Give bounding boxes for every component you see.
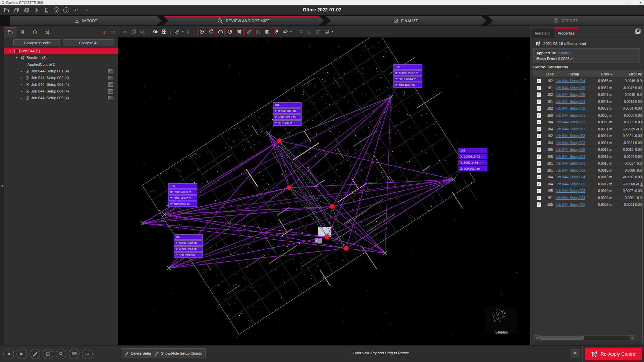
tree-setup-item[interactable]: ▸ Job 044- Setup 003 (4) [4, 81, 118, 88]
constraint-checkbox[interactable]: ✓ [537, 202, 541, 207]
expand-caret-icon[interactable]: ▾ [9, 50, 13, 53]
col-setup[interactable]: Setup [556, 72, 593, 76]
setup-image-icon[interactable] [108, 82, 113, 87]
tab-history[interactable] [29, 27, 41, 38]
tree-applied-control-item[interactable]: AppliedControl 2 [4, 61, 118, 68]
tab-report[interactable]: REPORT [488, 16, 644, 25]
constraint-row[interactable]: ✓ 104 Job 044- Setup 004 0.0018 m -0.001… [533, 174, 642, 181]
forward-button[interactable]: ▶ [16, 349, 27, 359]
constraint-row[interactable]: ✓ 101 Job 044- Setup 002 0.0018 m -0.000… [533, 167, 642, 174]
scrollbar-thumb[interactable] [539, 336, 584, 340]
constraint-row[interactable]: ✓ 102 Job 044- Setup 002 0.0039 m 0.0034… [533, 105, 642, 112]
search-button[interactable] [56, 349, 66, 359]
setup-image-icon[interactable] [108, 69, 113, 73]
scroll-left-arrow[interactable]: ◀ [534, 336, 539, 340]
pointcloud-viewport[interactable]: 102 X: 10003.2907 m Y: 5012.6614 m Z: 10… [118, 38, 530, 345]
expand-caret-icon[interactable]: ▸ [19, 83, 23, 86]
constraint-checkbox[interactable]: ✓ [537, 113, 541, 118]
constraint-setup-link[interactable]: Job 044- Setup 002 [556, 120, 593, 124]
zoom-window-icon[interactable] [138, 28, 146, 36]
constraint-checkbox[interactable]: ✓ [537, 79, 541, 83]
constraint-row[interactable]: ✓ 102 Job 044- Setup 005 0.0043 m 0.0040… [533, 92, 642, 99]
constraint-checkbox[interactable]: ✓ [537, 168, 541, 173]
tree-setup-item[interactable]: ▸ Job 044- Setup 005 (4) [4, 95, 118, 101]
setup-image-icon[interactable] [108, 76, 113, 80]
expand-caret-icon[interactable]: ▸ [19, 90, 23, 93]
dock-panel-right-icon[interactable] [109, 29, 116, 36]
table-scroll-right-icon[interactable]: ▶ [641, 184, 643, 187]
duplicate-view-icon[interactable] [129, 28, 138, 36]
back-button[interactable]: ◀ [3, 349, 14, 359]
constraint-setup-link[interactable]: Job 044- Setup 004 [556, 155, 593, 159]
tree-setup-item[interactable]: ▸ Job 044- Setup 001 (4) [4, 68, 118, 74]
grid-view-icon[interactable] [160, 28, 168, 36]
camera-icon[interactable] [263, 28, 271, 36]
split-links-icon[interactable] [297, 28, 305, 36]
collapse-all-button[interactable]: Collapse All [63, 39, 114, 46]
col-error-vector[interactable]: Error Ve [614, 72, 642, 76]
applied-to-link[interactable]: Bundle 1 [557, 51, 572, 55]
edit-pencil-button[interactable] [30, 349, 40, 359]
constraint-setup-link[interactable]: Job 044- Setup 002 [556, 169, 593, 172]
constraint-setup-link[interactable]: Job 044- Setup 005 [556, 86, 593, 90]
constraint-row[interactable]: ✓ 106 Job 044- Setup 001 0.0035 m 0.0000… [533, 112, 642, 119]
show-clouds-toggle-icon[interactable] [216, 27, 225, 36]
constraint-checkbox[interactable]: ✓ [537, 134, 541, 138]
constraint-checkbox[interactable]: ✓ [537, 161, 541, 166]
keyboard-button[interactable] [69, 349, 79, 359]
screen-view-icon[interactable] [323, 28, 331, 36]
constraint-setup-link[interactable]: Job 044- Setup 004 [556, 100, 593, 104]
measure-dropdown-caret[interactable]: ▾ [182, 30, 183, 33]
orbit-tool-icon[interactable] [281, 28, 289, 36]
constraint-row[interactable]: ✓ 105 Job 044- Setup 004 0.0019 m 0.0004… [533, 154, 642, 161]
constraint-setup-link[interactable]: Job 044- Setup 003 [556, 141, 593, 145]
constraint-setup-link[interactable]: Job 044- Setup 005 [556, 148, 593, 152]
select-cursor-icon[interactable] [184, 28, 192, 36]
constraint-checkbox[interactable]: ✓ [537, 147, 541, 152]
setup-image-icon[interactable] [108, 96, 113, 100]
constraint-setup-link[interactable]: Job 044- Setup 005 [556, 93, 593, 97]
constraint-checkbox[interactable]: ✓ [537, 141, 541, 145]
tab-bundles[interactable] [41, 27, 54, 38]
more-options-button[interactable]: ••• [82, 349, 93, 359]
setup-image-icon[interactable] [108, 89, 113, 94]
close-bar-icon[interactable]: ✕ [571, 349, 580, 358]
screen-dropdown-caret[interactable]: ▾ [332, 30, 333, 33]
constraint-setup-link[interactable]: Job 044- Setup 001 [556, 162, 593, 165]
export-image-icon[interactable] [314, 28, 322, 36]
col-label[interactable]: Label [544, 72, 556, 76]
link-tool-icon[interactable] [121, 28, 129, 36]
constraint-row[interactable]: ✓ 104 Job 044- Setup 005 0.0012 m -0.000… [533, 181, 642, 188]
tab-import[interactable]: IMPORT [10, 16, 162, 25]
constraint-checkbox[interactable]: ✓ [537, 155, 541, 159]
tab-finalize[interactable]: FINALIZE [325, 16, 486, 25]
constraint-row[interactable]: ✓ 105 Job 044- Setup 003 0.0010 m 0.0007… [533, 188, 642, 195]
constraint-row[interactable]: ✓ 104 Job 044- Setup 002 0.0033 m 0.0005… [533, 119, 642, 126]
constraint-checkbox[interactable]: ✓ [537, 196, 541, 200]
col-error[interactable]: Error ▾ [593, 72, 612, 76]
duplicate-button[interactable] [43, 349, 53, 359]
tree-bundle-item[interactable]: ▾ Bundle 1 (5) [4, 54, 118, 61]
minimize-icon[interactable]: – [617, 1, 619, 5]
constraint-checkbox[interactable]: ✓ [537, 182, 541, 186]
geotag-pin-toggle-icon[interactable] [272, 27, 280, 36]
constraint-checkbox[interactable]: ✓ [537, 106, 541, 111]
cloud-overlap-icon[interactable] [151, 28, 159, 36]
constraint-setup-link[interactable]: Job 044- Setup 001 [556, 203, 593, 206]
expand-caret-icon[interactable]: ▸ [19, 70, 23, 73]
show-images-toggle-icon[interactable] [254, 27, 262, 36]
maximize-icon[interactable]: ◻ [628, 1, 630, 5]
tab-project-explorer[interactable] [4, 27, 16, 38]
reapply-control-button[interactable]: Re-Apply Control [585, 348, 642, 360]
horizontal-scrollbar[interactable]: ◀ ▶ [534, 335, 635, 340]
constraint-checkbox[interactable]: ✓ [537, 175, 541, 179]
constraint-row[interactable]: ✓ 102 Job 044- Setup 003 0.0024 m 0.0021… [533, 133, 642, 140]
constraint-row[interactable]: ✓ 101 Job 044- Setup 005 0.0052 m -0.004… [533, 85, 642, 92]
expand-caret-icon[interactable]: ▾ [15, 56, 19, 59]
scroll-right-arrow[interactable]: ▶ [630, 336, 635, 340]
tab-assistant[interactable]: Assistant [531, 29, 554, 38]
constraint-checkbox[interactable]: ✓ [537, 100, 541, 104]
constraint-checkbox[interactable]: ✓ [537, 120, 541, 124]
close-icon[interactable]: ✕ [639, 1, 642, 5]
constraint-row[interactable]: ✓ 101 Job 044- Setup 001 0.0018 m -0.001… [533, 160, 642, 167]
